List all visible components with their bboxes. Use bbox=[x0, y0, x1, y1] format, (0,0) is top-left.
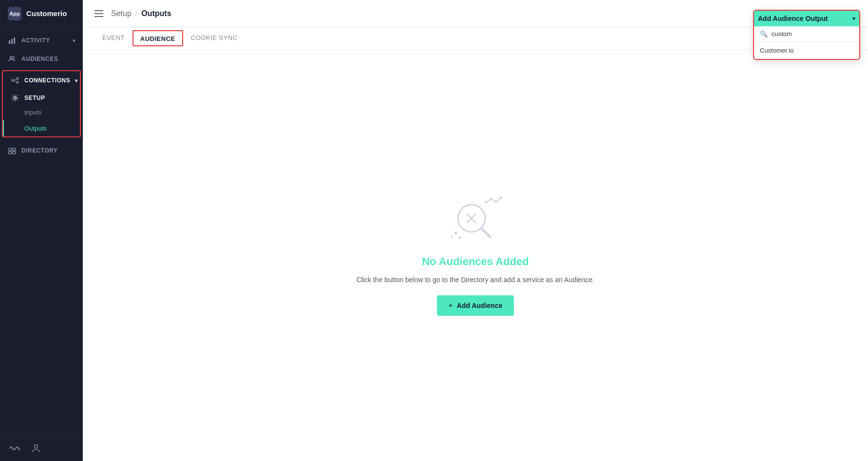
svg-point-22 bbox=[495, 201, 497, 203]
main-body: No Audiences Added Click the button belo… bbox=[83, 50, 868, 461]
svg-rect-1 bbox=[11, 39, 13, 44]
svg-rect-14 bbox=[13, 152, 16, 154]
empty-state-icon bbox=[446, 195, 505, 244]
main-content: Setup / Outputs Add Audience Output ▾ 🔍 … bbox=[83, 0, 868, 461]
svg-point-6 bbox=[17, 77, 19, 79]
svg-rect-0 bbox=[9, 40, 10, 44]
breadcrumb-separator: / bbox=[135, 9, 137, 18]
breadcrumb-home[interactable]: Setup bbox=[111, 9, 132, 18]
waves-icon[interactable] bbox=[8, 442, 21, 455]
tab-cookie-sync[interactable]: COOKIE SYNC bbox=[183, 27, 245, 49]
add-audience-label: Add Audience bbox=[457, 302, 503, 309]
connections-label: CONNECTIONS bbox=[24, 77, 70, 84]
svg-point-21 bbox=[490, 198, 492, 200]
svg-rect-11 bbox=[9, 148, 12, 151]
tabs-bar: EVENT AUDIENCE COOKIE SYNC bbox=[83, 27, 868, 50]
dropdown-search-row: 🔍 bbox=[754, 26, 859, 42]
connections-icon bbox=[11, 76, 19, 85]
outputs-label: Outputs bbox=[24, 125, 47, 132]
connections-chevron: ▾ bbox=[75, 78, 78, 83]
tab-event-label: EVENT bbox=[102, 34, 125, 41]
sidebar-item-connections[interactable]: CONNECTIONS ▾ bbox=[3, 71, 80, 90]
audiences-icon bbox=[8, 55, 17, 63]
svg-point-10 bbox=[14, 97, 17, 99]
svg-line-8 bbox=[14, 79, 17, 81]
user-profile-icon[interactable] bbox=[29, 442, 43, 455]
svg-point-4 bbox=[13, 57, 15, 58]
empty-state-description: Click the button below to go to the Dire… bbox=[357, 276, 595, 284]
tab-cookie-sync-label: COOKIE SYNC bbox=[191, 34, 238, 41]
directory-label: DIRECTORY bbox=[21, 147, 58, 154]
sidebar-logo: App Customerio bbox=[0, 0, 83, 27]
sidebar-footer bbox=[0, 435, 83, 461]
sidebar: App Customerio ACTIVITY ▾ bbox=[0, 0, 83, 461]
svg-rect-12 bbox=[13, 148, 16, 151]
app-name: Customerio bbox=[26, 9, 67, 18]
add-audience-plus: + bbox=[449, 301, 453, 310]
svg-rect-13 bbox=[9, 152, 12, 154]
breadcrumb-left: Setup / Outputs bbox=[94, 9, 171, 18]
svg-rect-2 bbox=[14, 38, 15, 44]
sidebar-item-directory[interactable]: DIRECTORY bbox=[0, 141, 83, 160]
dropdown-search-input[interactable] bbox=[772, 30, 853, 38]
audiences-label: AUDIENCES bbox=[21, 56, 58, 62]
dropdown-item-customerio[interactable]: Customer.io bbox=[754, 42, 859, 59]
svg-point-26 bbox=[459, 237, 461, 239]
activity-label: ACTIVITY bbox=[21, 37, 50, 44]
svg-point-5 bbox=[12, 79, 14, 81]
tab-audience[interactable]: AUDIENCE bbox=[132, 27, 183, 49]
empty-state: No Audiences Added Click the button belo… bbox=[357, 195, 595, 316]
activity-chevron: ▾ bbox=[73, 38, 75, 43]
breadcrumb-current: Outputs bbox=[141, 9, 171, 18]
sidebar-item-setup[interactable]: SETUP bbox=[3, 90, 80, 104]
svg-line-19 bbox=[481, 228, 490, 237]
sidebar-subitem-outputs[interactable]: Outputs bbox=[3, 120, 80, 136]
sidebar-item-audiences[interactable]: AUDIENCES bbox=[0, 50, 83, 68]
topbar: Setup / Outputs Add Audience Output ▾ 🔍 … bbox=[83, 0, 868, 27]
search-icon: 🔍 bbox=[760, 30, 768, 38]
breadcrumb: Setup / Outputs bbox=[111, 9, 171, 18]
add-output-label: Add Audience Output bbox=[758, 15, 828, 22]
app-logo-icon: App bbox=[8, 7, 21, 20]
add-output-dropdown: Add Audience Output ▾ 🔍 Customer.io bbox=[753, 10, 860, 60]
sidebar-item-activity[interactable]: ACTIVITY ▾ bbox=[0, 31, 83, 50]
directory-icon bbox=[8, 146, 17, 155]
inputs-label: Inputs bbox=[24, 109, 41, 116]
activity-icon bbox=[8, 36, 17, 45]
svg-point-25 bbox=[451, 235, 453, 237]
svg-point-15 bbox=[35, 445, 38, 448]
svg-point-24 bbox=[454, 231, 457, 234]
add-output-chevron: ▾ bbox=[852, 15, 855, 22]
tab-audience-wrapper: AUDIENCE bbox=[132, 30, 183, 46]
add-output-button-row[interactable]: Add Audience Output ▾ bbox=[754, 11, 859, 26]
hamburger-menu[interactable] bbox=[94, 10, 103, 17]
setup-icon bbox=[11, 94, 19, 102]
tab-audience-label: AUDIENCE bbox=[140, 35, 175, 42]
svg-point-3 bbox=[10, 57, 13, 59]
empty-state-title: No Audiences Added bbox=[422, 255, 529, 268]
connections-setup-section: CONNECTIONS ▾ SETUP Inputs Outputs bbox=[2, 70, 81, 137]
sidebar-subitem-inputs[interactable]: Inputs bbox=[3, 104, 80, 120]
svg-line-9 bbox=[14, 80, 17, 82]
setup-label: SETUP bbox=[24, 95, 45, 101]
svg-point-20 bbox=[485, 201, 488, 204]
svg-point-23 bbox=[500, 197, 502, 199]
dropdown-item-label: Customer.io bbox=[760, 47, 793, 54]
setup-subitems: Inputs Outputs bbox=[3, 104, 80, 136]
sidebar-nav: ACTIVITY ▾ AUDIENCES bbox=[0, 27, 83, 435]
add-audience-button[interactable]: + Add Audience bbox=[437, 295, 514, 316]
svg-point-7 bbox=[17, 81, 19, 83]
tab-event[interactable]: EVENT bbox=[94, 27, 132, 49]
